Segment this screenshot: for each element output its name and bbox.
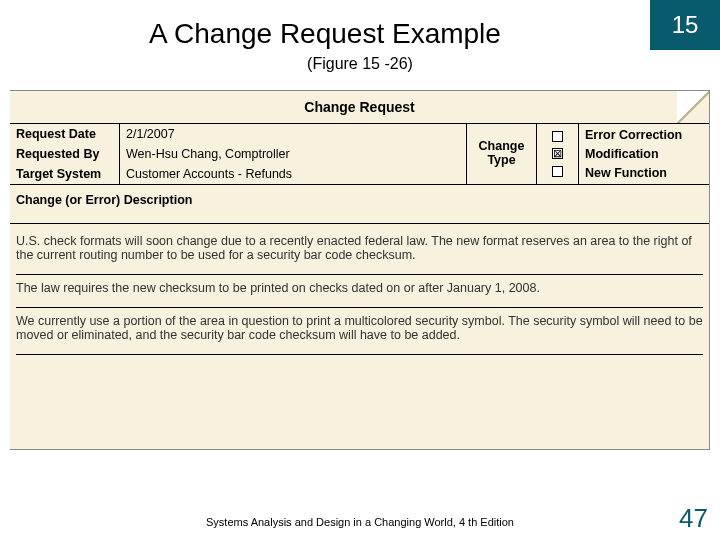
description-heading: Change (or Error) Description	[10, 185, 709, 224]
checkbox-new-function	[552, 166, 563, 177]
option-modification: Modification	[585, 147, 703, 161]
checkbox-modification: ⊠	[552, 148, 563, 159]
field-labels-column: Request Date Requested By Target System	[10, 124, 120, 184]
request-date-label: Request Date	[10, 124, 119, 144]
description-para-3: We currently use a portion of the area i…	[16, 308, 703, 348]
slide: 15 A Change Request Example (Figure 15 -…	[0, 0, 720, 540]
option-new-function: New Function	[585, 166, 703, 180]
change-type-checkboxes: ⊠	[537, 124, 579, 184]
form-title: Change Request	[10, 91, 709, 124]
change-type-label-line1: Change	[479, 139, 525, 153]
checkbox-error-correction	[552, 131, 563, 142]
chapter-number: 15	[672, 11, 699, 39]
slide-title: A Change Request Example	[0, 18, 650, 50]
description-para-2: The law requires the new checksum to be …	[16, 275, 703, 301]
description-body: U.S. check formats will soon change due …	[10, 224, 709, 355]
requested-by-label: Requested By	[10, 144, 119, 164]
target-system-label: Target System	[10, 164, 119, 184]
figure-reference: (Figure 15 -26)	[0, 55, 720, 73]
change-request-form: Change Request Request Date Requested By…	[10, 90, 710, 450]
change-type-label: Change Type	[467, 124, 537, 184]
field-values-column: 2/1/2007 Wen-Hsu Chang, Comptroller Cust…	[120, 124, 467, 184]
description-para-1: U.S. check formats will soon change due …	[16, 224, 703, 268]
title-line: A Change Request Example	[0, 18, 650, 50]
footer-citation: Systems Analysis and Design in a Changin…	[0, 516, 720, 528]
chapter-badge: 15	[650, 0, 720, 50]
change-type-label-line2: Type	[487, 153, 515, 167]
request-date-value: 2/1/2007	[120, 124, 466, 144]
page-number: 47	[679, 503, 708, 534]
target-system-value: Customer Accounts - Refunds	[120, 164, 466, 184]
requested-by-value: Wen-Hsu Chang, Comptroller	[120, 144, 466, 164]
dog-ear-corner	[677, 91, 709, 123]
option-error-correction: Error Correction	[585, 128, 703, 142]
rule-line	[16, 354, 703, 355]
change-type-option-labels: Error Correction Modification New Functi…	[579, 124, 709, 184]
form-header-row: Request Date Requested By Target System …	[10, 124, 709, 185]
